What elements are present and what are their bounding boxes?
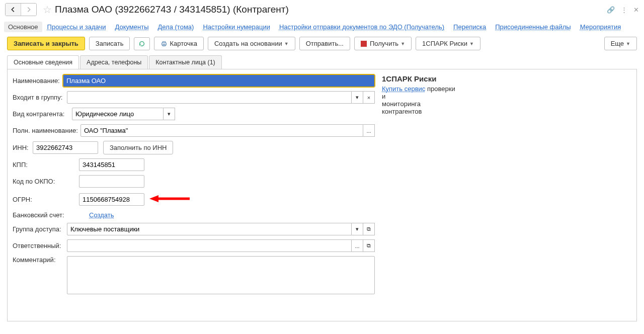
bank-create-link[interactable]: Создать — [89, 211, 114, 219]
arrow-annotation — [149, 192, 190, 207]
caret-down-icon: ▼ — [284, 41, 289, 46]
resp-ellipsis-button[interactable]: ... — [352, 239, 363, 252]
close-icon[interactable]: ✕ — [633, 6, 639, 14]
inn-input[interactable] — [33, 141, 98, 154]
spark-risks-label: 1СПАРК Риски — [422, 40, 467, 47]
refresh-icon — [138, 40, 145, 47]
link-icon[interactable]: 🔗 — [607, 6, 615, 14]
nav-tabs: Основное Процессы и задачи Документы Дел… — [0, 17, 644, 34]
label-fullname: Полн. наименование: — [13, 127, 80, 134]
save-button[interactable]: Записать — [89, 37, 130, 50]
nav-tab-documents[interactable]: Документы — [115, 23, 149, 31]
arrow-left-icon — [10, 6, 17, 13]
nav-tab-numbering[interactable]: Настройки нумерации — [203, 23, 270, 31]
group-input[interactable] — [67, 91, 352, 104]
fullname-input[interactable] — [80, 124, 363, 137]
nav-tab-cases[interactable]: Дела (тома) — [158, 23, 194, 31]
tab-basic-info[interactable]: Основные сведения — [7, 55, 79, 69]
nav-back-button[interactable] — [6, 4, 21, 16]
svg-rect-1 — [163, 41, 166, 43]
svg-marker-4 — [149, 195, 158, 202]
label-kpp: КПП: — [13, 161, 79, 169]
star-icon[interactable]: ☆ — [43, 4, 52, 16]
resp-input[interactable] — [67, 239, 352, 252]
access-open-button[interactable]: ⧉ — [363, 223, 375, 235]
access-dropdown-button[interactable]: ▾ — [352, 223, 363, 235]
nav-tab-main[interactable]: Основное — [4, 22, 42, 32]
label-type: Вид контрагента: — [13, 110, 72, 118]
label-group: Входит в группу: — [13, 94, 67, 101]
more-label: Еще — [611, 40, 624, 47]
send-button[interactable]: Отправить... — [299, 37, 350, 50]
tab-addresses[interactable]: Адреса, телефоны — [80, 55, 148, 69]
more-button[interactable]: Еще ▼ — [604, 37, 637, 50]
group-dropdown-button[interactable]: ▾ — [352, 91, 363, 104]
access-input[interactable] — [67, 223, 352, 235]
more-vert-icon[interactable]: ⋮ — [621, 6, 627, 14]
label-comment: Комментарий: — [13, 256, 67, 264]
printer-icon — [160, 40, 168, 47]
caret-down-icon: ▼ — [469, 41, 474, 46]
spark-risks-button[interactable]: 1СПАРК Риски ▼ — [416, 37, 480, 50]
comment-textarea[interactable] — [67, 256, 375, 294]
buy-service-link[interactable]: Купить сервис — [382, 85, 425, 93]
spark-heading: 1СПАРК Риски — [382, 74, 455, 83]
label-bank: Банковский счет: — [13, 211, 79, 219]
label-ogrn: ОГРН: — [13, 196, 79, 203]
group-clear-button[interactable]: × — [363, 91, 375, 104]
page-title: Плазма ОАО (3922662743 / 343145851) (Кон… — [55, 4, 289, 15]
label-okpo: Код по ОКПО: — [13, 178, 79, 185]
card-button[interactable]: Карточка — [154, 37, 203, 50]
nav-tab-mail[interactable]: Переписка — [453, 23, 486, 31]
save-close-button[interactable]: Записать и закрыть — [7, 37, 85, 50]
nav-tab-edo[interactable]: Настройки отправки документов по ЭДО (По… — [279, 23, 444, 31]
nav-tab-processes[interactable]: Процессы и задачи — [47, 23, 106, 31]
receive-label: Получить — [370, 40, 398, 47]
refresh-button[interactable] — [134, 37, 150, 50]
spark-text3: мониторинга — [382, 100, 421, 108]
nav-tab-events[interactable]: Мероприятия — [580, 23, 621, 31]
create-based-button[interactable]: Создать на основании ▼ — [208, 37, 295, 50]
name-input[interactable] — [63, 74, 375, 87]
receive-icon — [361, 41, 367, 47]
caret-down-icon: ▼ — [626, 41, 630, 46]
type-input[interactable] — [72, 108, 164, 120]
create-based-label: Создать на основании — [214, 40, 282, 47]
receive-button[interactable]: Получить ▼ — [354, 37, 412, 50]
label-name: Наименование: — [13, 77, 63, 85]
resp-open-button[interactable]: ⧉ — [363, 239, 375, 252]
nav-tab-files[interactable]: Присоединенные файлы — [495, 23, 571, 31]
label-access: Группа доступа: — [13, 225, 67, 233]
nav-forward-button[interactable] — [21, 4, 36, 16]
card-button-label: Карточка — [170, 40, 197, 47]
spark-text4: контрагентов — [382, 108, 422, 115]
ogrn-input[interactable] — [79, 193, 144, 206]
spark-text1: проверки — [427, 85, 455, 93]
fullname-ellipsis-button[interactable]: ... — [363, 124, 375, 137]
fill-by-inn-button[interactable]: Заполнить по ИНН — [103, 141, 173, 154]
spark-text2: и — [382, 93, 385, 100]
label-inn: ИНН: — [13, 144, 33, 151]
kpp-input[interactable] — [79, 158, 144, 171]
arrow-right-icon — [25, 6, 32, 13]
okpo-input[interactable] — [79, 175, 144, 188]
caret-down-icon: ▼ — [400, 41, 405, 46]
type-dropdown-button[interactable]: ▾ — [164, 108, 175, 120]
label-resp: Ответственный: — [13, 242, 67, 249]
tab-contacts[interactable]: Контактные лица (1) — [149, 55, 221, 69]
